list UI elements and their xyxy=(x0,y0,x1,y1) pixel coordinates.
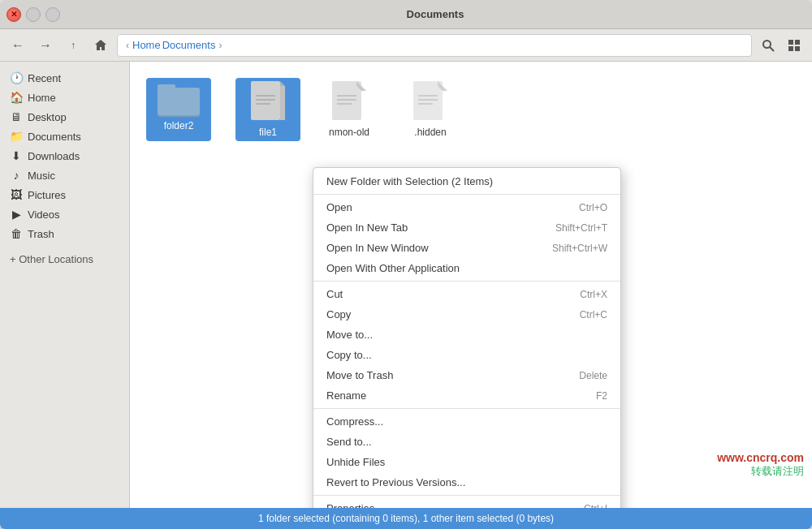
close-button[interactable]: ✕ xyxy=(6,7,21,22)
sidebar-item-downloads[interactable]: ⬇ Downloads xyxy=(0,146,129,166)
sidebar-label-videos: Videos xyxy=(28,209,60,221)
sidebar-item-trash[interactable]: 🗑 Trash xyxy=(0,224,129,243)
downloads-icon: ⬇ xyxy=(10,149,23,162)
ctx-item-new-folder-selection[interactable]: New Folder with Selection (2 Items) xyxy=(313,171,620,191)
file-name-file1: file1 xyxy=(259,127,277,138)
file-item-folder2[interactable]: folder2 xyxy=(146,78,211,141)
breadcrumb[interactable]: ‹ Home Documents › xyxy=(117,34,752,57)
ctx-label-revert: Revert to Previous Versions... xyxy=(326,476,465,488)
svg-rect-14 xyxy=(332,81,361,120)
svg-rect-18 xyxy=(413,81,443,120)
minimize-button[interactable] xyxy=(26,7,41,22)
sidebar-item-documents[interactable]: 📁 Documents xyxy=(0,127,129,146)
ctx-item-send-to[interactable]: Send to... xyxy=(313,432,620,452)
file-item-file1[interactable]: file1 xyxy=(235,78,300,141)
folder-icon xyxy=(158,81,200,117)
ctx-item-open-new-tab[interactable]: Open In New Tab Shift+Ctrl+T xyxy=(313,217,620,238)
ctx-item-copy-to[interactable]: Copy to... xyxy=(313,345,620,365)
ctx-label-open-other-app: Open With Other Application xyxy=(326,262,460,274)
file-name-hidden: .hidden xyxy=(414,127,446,138)
svg-rect-9 xyxy=(251,81,280,120)
sidebar-item-home[interactable]: 🏠 Home xyxy=(0,88,129,107)
svg-line-1 xyxy=(770,47,774,51)
ctx-shortcut-move-to-trash: Delete xyxy=(579,370,607,381)
breadcrumb-left-arrow: ‹ xyxy=(126,40,129,51)
search-button[interactable] xyxy=(757,34,780,57)
ctx-separator-2 xyxy=(313,281,620,282)
back-button[interactable]: ← xyxy=(6,34,29,57)
sidebar-item-music[interactable]: ♪ Music xyxy=(0,166,129,185)
ctx-item-rename[interactable]: Rename F2 xyxy=(313,385,620,406)
sidebar-item-desktop[interactable]: 🖥 Desktop xyxy=(0,107,129,127)
sidebar-label-documents: Documents xyxy=(28,131,81,143)
ctx-label-send-to: Send to... xyxy=(326,436,372,448)
ctx-item-cut[interactable]: Cut Ctrl+X xyxy=(313,284,620,304)
sidebar-item-other-locations[interactable]: + Other Locations xyxy=(0,250,129,269)
music-icon: ♪ xyxy=(10,169,23,182)
ctx-shortcut-open-new-window: Shift+Ctrl+W xyxy=(552,243,607,254)
ctx-label-copy-to: Copy to... xyxy=(326,349,372,361)
svg-rect-4 xyxy=(788,46,793,51)
file-icon-3 xyxy=(413,81,447,123)
recent-icon: 🕐 xyxy=(10,71,23,84)
statusbar-text: 1 folder selected (containing 0 items), … xyxy=(258,513,554,524)
ctx-label-open: Open xyxy=(326,201,352,213)
ctx-item-compress[interactable]: Compress... xyxy=(313,411,620,432)
home-sidebar-icon: 🏠 xyxy=(10,91,23,104)
svg-rect-8 xyxy=(158,88,200,115)
watermark: www.cncrq.com 转载请注明 xyxy=(717,451,804,479)
trash-icon: 🗑 xyxy=(10,227,23,240)
file-item-nmon-old[interactable]: nmon-old xyxy=(317,78,382,141)
ctx-label-move-to: Move to... xyxy=(326,329,373,341)
toolbar-actions xyxy=(757,34,806,57)
ctx-shortcut-open-new-tab: Shift+Ctrl+T xyxy=(555,222,607,234)
ctx-label-new-folder-selection: New Folder with Selection (2 Items) xyxy=(326,175,493,187)
ctx-label-compress: Compress... xyxy=(326,415,383,428)
maximize-button[interactable] xyxy=(45,7,60,22)
ctx-item-open-other-app[interactable]: Open With Other Application xyxy=(313,258,620,278)
ctx-item-unhide-files[interactable]: Unhide Files xyxy=(313,452,620,472)
documents-icon: 📁 xyxy=(10,130,23,143)
ctx-label-open-new-window: Open In New Window xyxy=(326,242,429,254)
breadcrumb-documents[interactable]: Documents xyxy=(162,39,216,51)
sidebar-label-music: Music xyxy=(28,170,55,182)
ctx-item-properties[interactable]: Properties Ctrl+I xyxy=(313,498,620,508)
svg-rect-5 xyxy=(795,46,800,51)
file-icon-2 xyxy=(332,81,366,123)
file-name-nmon-old: nmon-old xyxy=(329,127,369,138)
sidebar-item-recent[interactable]: 🕐 Recent xyxy=(0,68,129,88)
ctx-label-properties: Properties xyxy=(326,502,374,508)
window-title: Documents xyxy=(65,8,806,20)
svg-rect-2 xyxy=(788,40,793,45)
titlebar: ✕ Documents xyxy=(0,0,812,29)
ctx-item-move-to-trash[interactable]: Move to Trash Delete xyxy=(313,365,620,385)
file-area: folder2 file1 xyxy=(130,62,812,508)
sidebar-item-pictures[interactable]: 🖼 Pictures xyxy=(0,185,129,204)
ctx-item-open-new-window[interactable]: Open In New Window Shift+Ctrl+W xyxy=(313,238,620,258)
home-icon xyxy=(94,39,107,52)
grid-icon xyxy=(788,39,801,52)
desktop-icon: 🖥 xyxy=(10,110,23,123)
breadcrumb-home[interactable]: Home xyxy=(132,39,161,51)
up-button[interactable]: ↑ xyxy=(62,34,84,57)
ctx-shortcut-rename: F2 xyxy=(596,390,607,402)
context-menu: New Folder with Selection (2 Items) Open… xyxy=(313,167,621,508)
ctx-separator-1 xyxy=(313,194,620,195)
sidebar-label-pictures: Pictures xyxy=(28,189,66,201)
ctx-label-cut: Cut xyxy=(326,288,343,300)
svg-point-0 xyxy=(763,41,771,48)
ctx-item-revert[interactable]: Revert to Previous Versions... xyxy=(313,472,620,492)
sidebar-item-videos[interactable]: ▶ Videos xyxy=(0,204,129,224)
sidebar: 🕐 Recent 🏠 Home 🖥 Desktop 📁 Documents ⬇ … xyxy=(0,62,130,508)
forward-button[interactable]: → xyxy=(34,34,57,57)
file-item-hidden[interactable]: .hidden xyxy=(398,78,463,141)
ctx-label-rename: Rename xyxy=(326,389,366,402)
file-name-folder2: folder2 xyxy=(164,120,194,131)
view-toggle-button[interactable] xyxy=(783,34,806,57)
ctx-item-open[interactable]: Open Ctrl+O xyxy=(313,197,620,217)
sidebar-label-desktop: Desktop xyxy=(28,111,67,123)
ctx-item-move-to[interactable]: Move to... xyxy=(313,325,620,345)
ctx-item-copy[interactable]: Copy Ctrl+C xyxy=(313,304,620,325)
ctx-shortcut-properties: Ctrl+I xyxy=(584,503,607,509)
home-button[interactable] xyxy=(89,34,112,57)
